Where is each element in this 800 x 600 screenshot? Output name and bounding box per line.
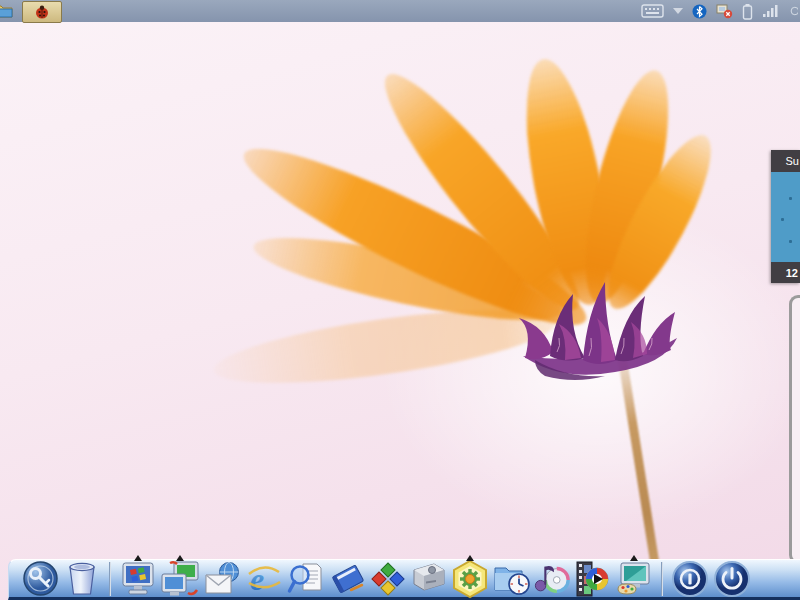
- calendar-date-mark: [781, 218, 784, 221]
- desktop-screen: Su 12: [0, 0, 800, 600]
- dock-item-multimedia[interactable]: [533, 560, 571, 598]
- keyboard-icon[interactable]: [641, 4, 664, 18]
- dock-item-shutdown[interactable]: [711, 560, 753, 598]
- monitor-palette-icon: [614, 560, 654, 598]
- calendar-day-header: Su: [771, 150, 800, 172]
- running-indicator: [630, 555, 638, 561]
- ie-icon: e: [245, 560, 283, 597]
- dock-separator: [661, 562, 663, 596]
- dock-item-media-player[interactable]: [571, 560, 613, 598]
- calendar-widget[interactable]: Su 12: [771, 150, 800, 283]
- dock-item-hard-disk[interactable]: [407, 560, 449, 598]
- dock-item-recent-documents[interactable]: [491, 560, 533, 598]
- dock: e: [8, 559, 800, 600]
- top-panel: [0, 0, 800, 22]
- launcher-button[interactable]: [22, 1, 62, 23]
- dock-item-internet-explorer[interactable]: e: [243, 560, 285, 598]
- running-indicator: [176, 555, 184, 561]
- monitor-windows-icon: [119, 560, 157, 597]
- running-indicator: [466, 555, 474, 561]
- power-button-icon: [713, 560, 751, 598]
- folder-clock-icon: [492, 560, 532, 598]
- signal-strength-icon[interactable]: [762, 4, 779, 18]
- svg-text:e: e: [250, 561, 264, 597]
- flower-center: [505, 260, 700, 388]
- wallpaper: [0, 22, 800, 600]
- music-cd-icon: [533, 560, 571, 597]
- calendar-grid[interactable]: [771, 172, 800, 262]
- battery-icon[interactable]: [742, 3, 753, 20]
- folder-icon[interactable]: [0, 2, 13, 23]
- dock-item-program-launcher[interactable]: [369, 560, 407, 598]
- offscreen-window-edge[interactable]: [789, 295, 800, 564]
- dock-item-mail[interactable]: [201, 560, 243, 598]
- book-pen-icon: [329, 560, 367, 597]
- dock-item-address-book[interactable]: [327, 560, 369, 598]
- dock-item-standby[interactable]: [669, 560, 711, 598]
- standby-button-icon: [671, 560, 709, 598]
- network-disconnected-icon[interactable]: [716, 3, 733, 19]
- bluetooth-icon[interactable]: [692, 4, 707, 19]
- system-tray: [641, 0, 798, 22]
- clipped-tray-icon[interactable]: [788, 4, 798, 18]
- search-document-icon: [287, 560, 325, 597]
- chevron-down-icon[interactable]: [673, 8, 683, 14]
- calendar-date-mark: [789, 240, 792, 243]
- ladybug-icon: [34, 5, 50, 20]
- dock-item-my-computer[interactable]: [117, 560, 159, 598]
- mail-globe-icon: [203, 561, 241, 597]
- calendar-date-mark: [789, 197, 792, 200]
- hexagon-gear-icon: [450, 559, 490, 599]
- diamonds-icon: [370, 561, 406, 597]
- dock-item-trash[interactable]: [61, 560, 103, 598]
- key-icon: [22, 560, 59, 597]
- calendar-time-label: 12: [771, 262, 800, 283]
- hard-disk-icon: [408, 560, 448, 597]
- dock-item-control-center[interactable]: [449, 560, 491, 598]
- dock-item-display-settings[interactable]: [613, 560, 655, 598]
- trash-icon: [64, 560, 100, 597]
- film-player-icon: [573, 560, 611, 598]
- running-indicator: [134, 555, 142, 561]
- dock-item-search[interactable]: [285, 560, 327, 598]
- dual-monitors-icon: [160, 560, 200, 598]
- dock-separator: [109, 562, 111, 596]
- dock-item-network-places[interactable]: [159, 560, 201, 598]
- dock-item-key-tool[interactable]: [19, 560, 61, 598]
